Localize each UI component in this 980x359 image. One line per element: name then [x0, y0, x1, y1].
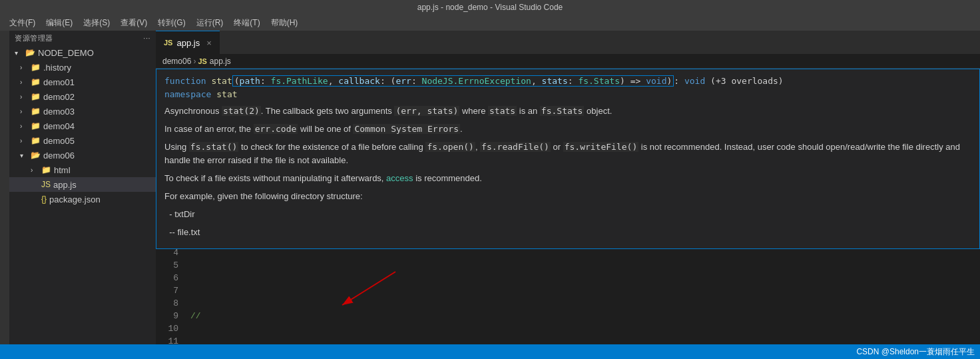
sidebar-item-label: package.json [49, 194, 101, 204]
sidebar: 资源管理器 ··· ▾ 📂 NODE_DEMO › 📁 .history › 📁… [9, 31, 156, 344]
breadcrumb-demo06[interactable]: demo06 [162, 57, 191, 66]
sidebar-header-icons: ··· [143, 34, 150, 42]
sidebar-item-label: demo05 [43, 136, 75, 146]
namespace-kw: namespace [164, 89, 216, 99]
line-num-6: 6 [156, 272, 178, 284]
sidebar-item-demo02[interactable]: › 📁 demo02 [9, 89, 156, 104]
folder-open-icon: 📂 [31, 151, 41, 160]
line-num-9: 9 [156, 310, 178, 322]
hover-desc7: -- file.txt [164, 226, 971, 240]
folder-icon: 📁 [31, 136, 41, 145]
signature-void: void [684, 76, 705, 86]
hover-signature: function stat(path: fs.PathLike, callbac… [164, 75, 971, 101]
arrow-icon: › [20, 108, 31, 115]
folder-icon: 📁 [31, 77, 41, 87]
sidebar-item-label: demo03 [43, 107, 75, 117]
sidebar-item-label: NODE_DEMO [38, 48, 94, 58]
folder-icon: 📁 [31, 92, 41, 101]
line-num-10: 10 [156, 322, 178, 335]
hover-popup: function stat(path: fs.PathLike, callbac… [156, 69, 980, 249]
sidebar-item-label: .history [43, 63, 71, 73]
menu-edit[interactable]: 编辑(E) [42, 16, 77, 30]
code-line-3: // [190, 310, 980, 322]
sidebar-item-label: html [54, 165, 71, 175]
line-num-11: 11 [156, 335, 178, 344]
json-file-icon: {} [41, 194, 47, 204]
breadcrumb-sep1: › [193, 57, 196, 66]
js-file-icon: JS [41, 180, 51, 189]
sidebar-item-node-demo[interactable]: ▾ 📂 NODE_DEMO [9, 45, 156, 60]
menu-view[interactable]: 查看(V) [117, 16, 151, 30]
arrow-icon: › [20, 123, 31, 130]
sidebar-item-history[interactable]: › 📁 .history [9, 60, 156, 75]
hover-desc6: - txtDir [164, 208, 971, 222]
editor-content: function stat(path: fs.PathLike, callbac… [156, 69, 980, 344]
line-num-7: 7 [156, 284, 178, 297]
js-tab-icon: JS [164, 39, 172, 47]
signature-function-name: stat [211, 76, 232, 86]
signature-params: (path: fs.PathLike, callback: (err: Node… [232, 75, 674, 87]
tab-appjs[interactable]: JS app.js × [156, 31, 220, 54]
sidebar-item-demo06[interactable]: ▾ 📂 demo06 [9, 148, 156, 163]
arrow-icon: › [20, 64, 31, 71]
sidebar-item-html[interactable]: › 📁 html [9, 163, 156, 177]
arrow-icon: ▾ [15, 49, 25, 57]
sidebar-title: 资源管理器 [15, 33, 53, 43]
folder-icon: 📁 [31, 121, 41, 131]
hover-description: Asynchronous stat(2). The callback gets … [164, 105, 971, 239]
menu-bar: 文件(F) 编辑(E) 选择(S) 查看(V) 转到(G) 运行(R) 终端(T… [0, 15, 980, 31]
menu-run[interactable]: 运行(R) [192, 16, 228, 30]
code-line-2 [190, 272, 980, 284]
sidebar-item-packagejson[interactable]: {} package.json [9, 192, 156, 206]
menu-terminal[interactable]: 终端(T) [230, 16, 264, 30]
folder-icon: 📁 [31, 107, 41, 116]
editor-area: JS app.js × demo06 › JS app.js function … [156, 31, 980, 344]
signature-overloads: (+3 overloads) [705, 76, 783, 86]
sidebar-item-label: demo02 [43, 92, 75, 102]
sidebar-item-label: demo04 [43, 121, 75, 131]
hover-desc1: Asynchronous stat(2). The callback gets … [164, 105, 971, 119]
watermark-text: CSDN @Sheldon一蓑烟雨任平生 [856, 346, 975, 358]
title-text: app.js - node_demo - Visual Studio Code [417, 3, 563, 12]
menu-help[interactable]: 帮助(H) [267, 16, 302, 30]
signature-return-type: : [674, 76, 684, 86]
hover-desc4: To check if a file exists without manipu… [164, 172, 971, 186]
title-bar: app.js - node_demo - Visual Studio Code [0, 0, 980, 15]
folder-icon: 📁 [41, 165, 51, 175]
hover-desc2: In case of an error, the err.code will b… [164, 123, 971, 137]
sidebar-item-demo03[interactable]: › 📁 demo03 [9, 104, 156, 119]
arrow-icon: ▾ [20, 152, 31, 159]
tab-bar: JS app.js × [156, 31, 980, 54]
line-num-5: 5 [156, 259, 178, 272]
sidebar-item-appjs[interactable]: JS app.js [9, 177, 156, 192]
menu-select[interactable]: 选择(S) [79, 16, 114, 30]
access-link[interactable]: access [386, 173, 413, 183]
arrow-icon: › [20, 93, 31, 101]
sidebar-item-demo04[interactable]: › 📁 demo04 [9, 119, 156, 133]
arrow-icon: › [31, 167, 41, 174]
activity-bar [0, 31, 9, 344]
sidebar-item-label: app.js [53, 180, 77, 190]
folder-icon: 📂 [25, 48, 35, 57]
hover-desc3: Using fs.stat() to check for the existen… [164, 141, 971, 169]
main-layout: 资源管理器 ··· ▾ 📂 NODE_DEMO › 📁 .history › 📁… [0, 31, 980, 344]
menu-goto[interactable]: 转到(G) [154, 16, 189, 30]
folder-icon: 📁 [31, 63, 41, 72]
menu-file[interactable]: 文件(F) [5, 16, 39, 30]
tab-label: app.js [176, 38, 200, 48]
arrow-icon: › [20, 79, 31, 86]
arrow-icon: › [20, 137, 31, 145]
more-icon[interactable]: ··· [143, 34, 150, 42]
sidebar-item-demo01[interactable]: › 📁 demo01 [9, 75, 156, 89]
namespace-stat: stat [216, 89, 237, 99]
sidebar-item-label: demo06 [43, 151, 75, 161]
line-num-8: 8 [156, 297, 178, 310]
status-bar: CSDN @Sheldon一蓑烟雨任平生 [0, 344, 980, 359]
sidebar-header: 资源管理器 ··· [9, 31, 156, 45]
close-icon[interactable]: × [206, 38, 212, 48]
hover-desc5: For example, given the following directo… [164, 190, 971, 204]
sidebar-item-demo05[interactable]: › 📁 demo05 [9, 133, 156, 148]
breadcrumb-appjs[interactable]: app.js [210, 57, 231, 66]
sidebar-item-label: demo01 [43, 77, 75, 87]
breadcrumb-js-icon: JS [198, 57, 206, 65]
